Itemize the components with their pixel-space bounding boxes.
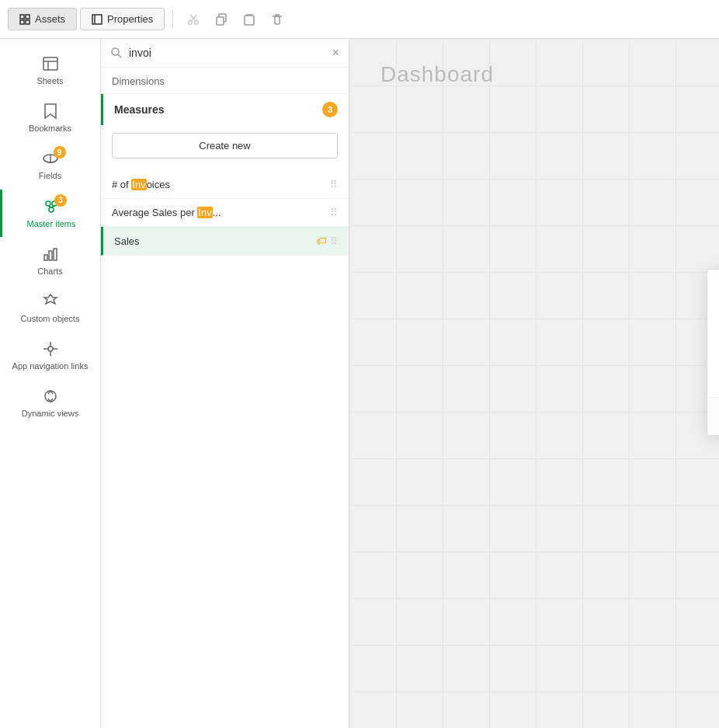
sidebar-item-sheets[interactable]: Sheets [0,47,100,94]
grid-overlay [349,39,719,728]
svg-rect-1 [26,15,30,19]
svg-rect-11 [217,17,224,25]
list-item-actions: ⠿ [330,207,338,218]
app-navigation-icon [41,340,60,358]
main-layout: Sheets Bookmarks 9 Fields [0,39,719,728]
sidebar-item-app-navigation[interactable]: App navigation links [0,332,100,379]
svg-point-19 [46,201,50,206]
svg-rect-0 [20,15,24,19]
list-item[interactable]: # of Invoices ⠿ [101,171,349,199]
fields-icon: 9 [41,149,60,168]
drag-handle-icon[interactable]: ⠿ [330,179,338,190]
bookmarks-icon [41,102,60,120]
dashboard-title: Dashboard [380,62,494,87]
toolbar: Assets Properties [0,0,719,39]
left-sidebar: Sheets Bookmarks 9 Fields [0,39,101,728]
copy-button[interactable] [209,7,234,32]
list-item-label: Sales [114,235,316,247]
drag-handle-icon[interactable]: ⠿ [330,235,338,247]
svg-rect-24 [44,255,47,260]
create-new-button[interactable]: Create new [112,133,338,158]
tooltip-card: Sales Expression: Sum(Sales) Tags Invoic… [707,269,719,436]
fields-badge: 9 [54,146,66,158]
custom-objects-icon [41,292,60,311]
sidebar-item-master-items[interactable]: 3 Master items [0,190,100,237]
master-items-icon: 3 [42,197,61,216]
svg-rect-25 [49,251,52,260]
svg-line-22 [48,206,51,207]
measures-count-badge: 3 [322,102,338,117]
svg-rect-26 [54,249,57,260]
svg-line-23 [51,206,54,207]
search-icon [110,47,123,59]
svg-rect-2 [20,20,24,24]
svg-point-6 [189,20,193,24]
svg-rect-13 [275,16,280,24]
dashboard-area: Dashboard Sales Expression: Sum(Sales) T… [349,39,719,728]
svg-point-32 [112,48,119,55]
sidebar-item-charts[interactable]: Charts [0,237,100,284]
dynamic-views-icon [41,387,60,406]
list-item-label: Average Sales per Inv... [112,207,330,218]
properties-tab[interactable]: Properties [80,8,165,30]
svg-rect-3 [26,20,30,24]
tag-icon: 🏷 [316,235,327,247]
panel: × Dimensions Measures 3 Create new # of … [101,39,349,728]
list-item-actions: ⠿ [330,179,338,190]
cut-button[interactable] [181,7,206,32]
dimensions-header[interactable]: Dimensions [101,68,349,94]
search-clear-button[interactable]: × [332,47,339,59]
sheets-icon [41,54,60,73]
paste-button[interactable] [237,7,262,32]
svg-rect-14 [43,57,57,70]
tooltip-body: Sales Expression: Sum(Sales) Tags Invoic… [707,270,719,397]
master-items-badge: 3 [54,194,67,207]
measures-list: # of Invoices ⠿ Average Sales per Inv...… [101,166,349,260]
delete-button[interactable] [265,7,290,32]
svg-rect-12 [245,16,254,25]
drag-handle-icon[interactable]: ⠿ [330,207,338,218]
sidebar-item-dynamic-views[interactable]: Dynamic views [0,379,100,427]
list-item[interactable]: Sales 🏷 ⠿ [101,227,349,256]
assets-tab[interactable]: Assets [8,8,77,30]
toolbar-divider [172,10,173,29]
svg-point-27 [48,347,53,351]
sidebar-item-custom-objects[interactable]: Custom objects [0,284,100,332]
sidebar-item-fields[interactable]: 9 Fields [0,141,100,189]
svg-rect-4 [92,15,102,24]
list-item-actions: 🏷 ⠿ [316,235,338,247]
svg-point-7 [195,20,199,24]
measures-header[interactable]: Measures 3 [101,94,349,125]
list-item[interactable]: Average Sales per Inv... ⠿ [101,199,349,227]
search-bar: × [101,39,349,68]
tooltip-footer [707,397,719,435]
charts-icon [41,245,60,263]
list-item-label: # of Invoices [112,179,330,190]
svg-line-33 [118,54,121,57]
svg-point-21 [49,207,54,212]
search-input[interactable] [129,47,326,59]
sidebar-item-bookmarks[interactable]: Bookmarks [0,94,100,141]
